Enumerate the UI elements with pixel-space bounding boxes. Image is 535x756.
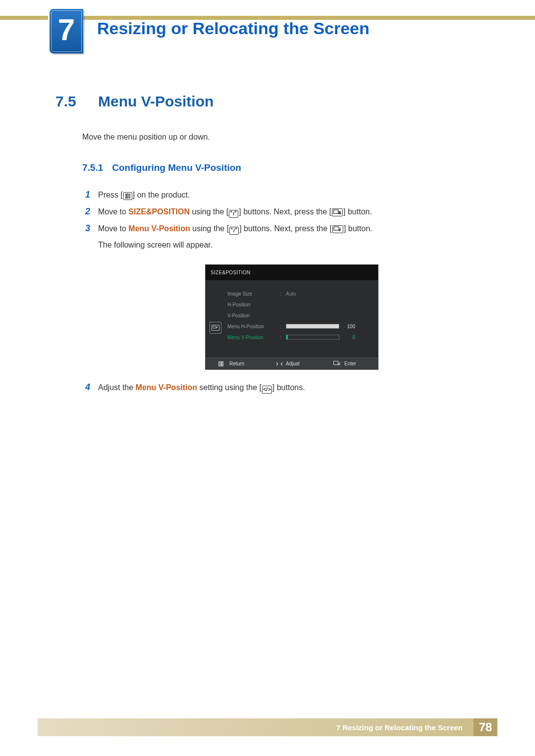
step-text: ] buttons.	[272, 383, 305, 392]
osd-footer-label: Enter	[344, 359, 356, 368]
enter-button-icon	[332, 208, 343, 216]
keyword-size-position: SIZE&POSITION	[128, 207, 190, 216]
osd-footer-label: Adjust	[286, 359, 300, 368]
subsection-heading: 7.5.1 Configuring Menu V-Position	[82, 162, 485, 173]
osd-row-image-size: Image Size : Auto	[227, 288, 370, 299]
svg-rect-3	[213, 326, 216, 328]
step-text: ] buttons. Next, press the [	[239, 224, 332, 233]
osd-title: SIZE&POSITION	[206, 265, 378, 280]
menu-button-icon	[218, 361, 226, 366]
step-text: Press [	[98, 191, 123, 199]
page-footer: 7 Resizing or Relocating the Screen 78	[38, 718, 497, 736]
osd-row-menu-h-position: Menu H-Position : 100	[227, 321, 370, 332]
osd-footer-label: Return	[229, 359, 244, 368]
step-extra-text: The following screen will appear.	[98, 238, 485, 252]
keyword-menu-v-position: Menu V-Position	[136, 383, 197, 392]
step-text: Move to	[98, 207, 128, 216]
step-text: using the [	[190, 224, 229, 233]
keyword-menu-v-position: Menu V-Position	[128, 224, 190, 233]
osd-row-menu-v-position: Menu V-Position : 0	[227, 332, 370, 343]
step-text: using the [	[190, 207, 228, 216]
osd-row-h-position: H-Position	[227, 299, 370, 310]
osd-screenshot: SIZE&POSITION Image Size : Auto	[205, 264, 378, 370]
osd-slider	[286, 324, 339, 329]
step-text: ] button.	[344, 224, 373, 233]
step-number: 1	[82, 186, 90, 203]
section-intro: Move the menu position up or down.	[82, 133, 485, 142]
enter-button-icon	[332, 225, 343, 233]
subsection-title: Configuring Menu V-Position	[112, 162, 241, 173]
osd-label: Menu H-Position	[227, 322, 277, 331]
step-number: 3	[82, 220, 90, 237]
step-3: 3 Move to Menu V-Position using the [˄/˅…	[82, 220, 485, 370]
osd-footer-return: Return	[206, 359, 263, 368]
svg-rect-1	[334, 227, 339, 230]
left-right-icon	[276, 361, 283, 366]
osd-label: Image Size	[227, 289, 277, 299]
step-text: ] buttons. Next, press the [	[239, 207, 331, 216]
chapter-number-badge: 7	[50, 9, 83, 53]
osd-value: 0	[342, 333, 355, 342]
section-title: Menu V-Position	[98, 93, 214, 110]
page-number: 78	[474, 718, 497, 736]
step-text: ] on the product.	[133, 191, 190, 199]
left-right-icon: </>	[262, 386, 272, 394]
up-down-icon: ˄/˅	[229, 210, 238, 218]
step-text: setting using the [	[197, 383, 262, 392]
page-content: 7.5 Menu V-Position Move the menu positi…	[55, 89, 485, 396]
step-2: 2 Move to SIZE&POSITION using the [˄/˅] …	[82, 203, 485, 220]
enter-button-icon	[333, 361, 341, 366]
step-text: ] button.	[343, 207, 372, 216]
osd-slider	[286, 335, 339, 340]
menu-button-icon	[123, 192, 132, 200]
step-text: Adjust the	[98, 383, 136, 392]
up-down-icon: ˄/˅	[229, 227, 239, 235]
osd-value: Auto	[286, 289, 296, 299]
footer-chapter-ref: 7 Resizing or Relocating the Screen	[336, 723, 463, 732]
subsection-number: 7.5.1	[82, 162, 103, 173]
osd-row-v-position: V-Position	[227, 310, 370, 321]
step-text: Move to	[98, 224, 128, 233]
osd-label: Menu V-Position	[227, 333, 277, 342]
osd-category-icon	[210, 322, 221, 334]
osd-footer-enter: Enter	[321, 359, 378, 368]
osd-label: H-Position	[227, 300, 277, 309]
svg-rect-0	[333, 210, 338, 213]
chapter-title: Resizing or Relocating the Screen	[97, 19, 370, 38]
step-1: 1 Press [] on the product.	[82, 186, 485, 203]
svg-rect-4	[334, 361, 338, 365]
step-number: 4	[82, 379, 90, 396]
osd-value: 100	[342, 322, 355, 331]
step-4: 4 Adjust the Menu V-Position setting usi…	[82, 379, 485, 396]
osd-label: V-Position	[227, 311, 277, 320]
step-number: 2	[82, 203, 90, 220]
osd-footer: Return Adjust Enter	[206, 357, 378, 369]
section-heading: 7.5 Menu V-Position	[55, 93, 485, 110]
osd-footer-adjust: Adjust	[263, 359, 321, 368]
section-number: 7.5	[55, 93, 82, 110]
steps-list: 1 Press [] on the product. 2 Move to SIZ…	[82, 186, 485, 396]
